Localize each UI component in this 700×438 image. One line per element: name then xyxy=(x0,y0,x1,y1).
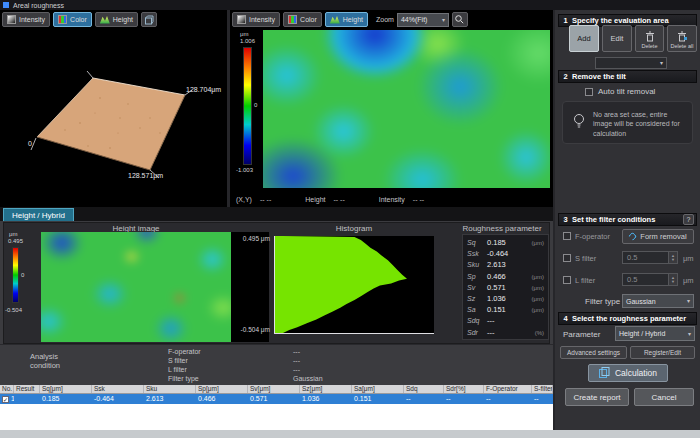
color-button-2d[interactable]: Color xyxy=(283,12,322,27)
surface-3d xyxy=(37,78,185,170)
colorbar-2d xyxy=(243,47,252,165)
table-cell: 0.571 xyxy=(248,394,300,404)
height-map-2d[interactable] xyxy=(263,30,550,188)
l-filter-input[interactable]: 0.5 ▲▼ xyxy=(622,273,678,286)
l-filter-checkbox[interactable] xyxy=(563,276,571,284)
intensity-button-3d[interactable]: Intensity xyxy=(2,12,50,27)
intensity-button-2d[interactable]: Intensity xyxy=(232,12,280,27)
colorbar-min: -1.003 xyxy=(236,167,253,173)
parameter-value: --- xyxy=(487,328,535,337)
zoom-select[interactable]: 44%(Fit) ▾ xyxy=(397,13,449,27)
mini-colorbar-min: -0.504 xyxy=(5,307,22,313)
height-status-value: -- -- xyxy=(333,196,344,203)
calculator-icon xyxy=(599,367,610,379)
section-3-header: 3 Set the filter conditions xyxy=(558,213,697,226)
parameter-label: Parameter xyxy=(563,330,600,339)
cancel-button[interactable]: Cancel xyxy=(634,388,694,406)
filter-type-select[interactable]: Gaussian ▾ xyxy=(622,294,694,308)
edit-label: Edit xyxy=(611,34,624,43)
results-table: No.ResultSq[μm]SskSkuSp[μm]Sv[μm]Sz[μm]S… xyxy=(0,385,553,430)
cursor-status-bar: (X,Y) -- -- Height -- -- Intensity -- -- xyxy=(236,196,424,203)
view-2d-panel: Intensity Color Height Zoom 44%(Fit) ▾ xyxy=(230,10,553,207)
chevron-down-icon: ▾ xyxy=(687,298,690,304)
add-area-button[interactable]: Add xyxy=(569,25,599,52)
table-cell: 0.185 xyxy=(40,394,92,404)
parameter-row: Sku2.613 xyxy=(467,260,544,271)
edit-area-button[interactable]: Edit xyxy=(602,25,632,52)
parameter-row: Sp0.466(μm) xyxy=(467,272,544,283)
colorbar-unit: μm xyxy=(240,31,248,37)
histogram-min-label: -0.504 μm xyxy=(209,326,270,333)
advanced-settings-button[interactable]: Advanced settings xyxy=(560,346,627,359)
f-operator-checkbox[interactable] xyxy=(563,232,571,240)
form-removal-label: Form removal xyxy=(640,232,686,241)
analysis-row: L filter--- xyxy=(168,365,323,374)
table-row[interactable]: ✓10.185-0.4642.6130.4660.5711.0360.151--… xyxy=(0,394,553,404)
info-box: No area set case, entire image will be c… xyxy=(562,101,693,144)
titlebar: Areal roughness xyxy=(0,0,700,10)
colorbar-mid: 0 xyxy=(254,102,257,108)
auto-tilt-checkbox[interactable] xyxy=(585,88,593,96)
column-header: Sdr[%] xyxy=(444,385,484,393)
calculation-button[interactable]: Calculation xyxy=(588,364,668,382)
delete-all-areas-button[interactable]: Delete all xyxy=(667,25,697,52)
height-image[interactable] xyxy=(41,232,231,342)
zoom-tool-button[interactable] xyxy=(452,12,468,27)
l-filter-value: 0.5 xyxy=(627,275,637,284)
parameter-value: --- xyxy=(487,316,544,325)
y-dimension-label: 128.704μm xyxy=(186,86,221,93)
surface-3d-view[interactable] xyxy=(0,28,227,207)
s-filter-checkbox[interactable] xyxy=(563,254,571,262)
chevron-down-icon: ▾ xyxy=(660,60,663,66)
column-header: F-Operator xyxy=(484,385,532,393)
horizontal-scrollbar[interactable] xyxy=(0,430,700,438)
column-header: Sa[μm] xyxy=(352,385,404,393)
table-cell: 2.613 xyxy=(144,394,196,404)
table-cell: -- xyxy=(444,394,484,404)
register-edit-button[interactable]: Register/Edit xyxy=(630,346,695,359)
height-button-2d[interactable]: Height xyxy=(325,12,368,27)
analysis-row: Filter typeGaussian xyxy=(168,374,323,383)
height-label: Height xyxy=(343,16,363,23)
height-button-3d[interactable]: Height xyxy=(95,12,138,27)
form-removal-button[interactable]: Form removal xyxy=(622,229,694,244)
view-option-button[interactable] xyxy=(141,12,157,27)
section-2-number: 2 xyxy=(559,72,572,81)
analysis-label-2: condition xyxy=(30,361,60,370)
tab-height-hybrid[interactable]: Height / Hybrid xyxy=(3,208,74,221)
toolbar-2d: Intensity Color Height Zoom 44%(Fit) ▾ xyxy=(232,12,468,27)
settings-panel: 1 Specify the evaluation area Add Edit D… xyxy=(555,10,700,430)
delete-all-label: Delete all xyxy=(671,43,694,49)
magnifier-icon xyxy=(455,15,464,24)
parameter-unit: (μm) xyxy=(532,240,544,246)
s-filter-unit: μm xyxy=(683,254,694,263)
help-button[interactable]: ? xyxy=(683,214,694,225)
column-header: Ssk xyxy=(92,385,144,393)
results-panel: Height / Hybrid Height image μm 0.495 0 … xyxy=(0,207,553,385)
app-icon xyxy=(3,2,9,8)
parameter-value: 0.466 xyxy=(487,272,532,281)
color-button-3d[interactable]: Color xyxy=(53,12,92,27)
spinner-arrows-icon[interactable]: ▲▼ xyxy=(668,252,677,263)
parameter-unit: (μm) xyxy=(532,285,544,291)
column-header: Sku xyxy=(144,385,196,393)
table-cell: -0.464 xyxy=(92,394,144,404)
intensity-icon xyxy=(7,15,16,24)
s-filter-input[interactable]: 0.5 ▲▼ xyxy=(622,251,678,264)
parameter-select[interactable]: Height / Hybrid ▾ xyxy=(615,326,695,341)
window-title: Areal roughness xyxy=(13,2,64,9)
spinner-arrows-icon[interactable]: ▲▼ xyxy=(668,274,677,285)
delete-area-button[interactable]: Delete xyxy=(635,25,664,52)
area-select[interactable]: ▾ xyxy=(595,57,667,69)
parameter-unit: (μm) xyxy=(532,274,544,280)
parameter-row: Ssk-0.464 xyxy=(467,249,544,260)
create-report-button[interactable]: Create report xyxy=(565,388,629,406)
toolbar-3d: Intensity Color Height xyxy=(2,12,157,27)
s-filter-label: S filter xyxy=(575,254,596,263)
color-label: Color xyxy=(300,16,317,23)
section-3-title: Set the filter conditions xyxy=(572,215,655,224)
advanced-settings-label: Advanced settings xyxy=(567,349,620,356)
mini-colorbar xyxy=(12,247,19,303)
row-checkbox[interactable]: ✓ xyxy=(2,396,9,403)
l-filter-label: L filter xyxy=(575,276,595,285)
